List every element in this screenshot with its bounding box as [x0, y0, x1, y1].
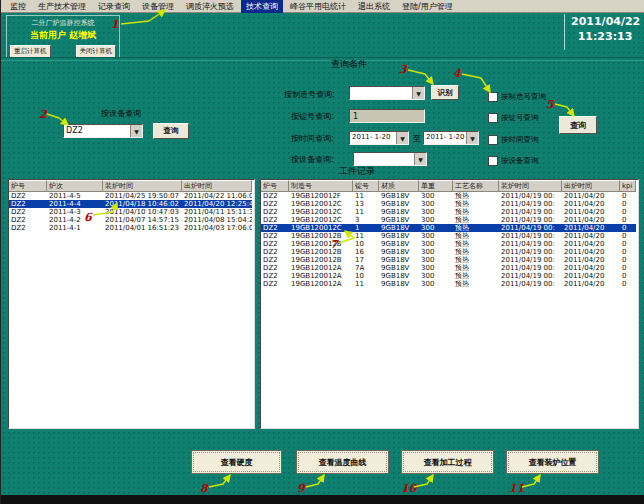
menu-item-record-query[interactable]: 记录查询 [93, 0, 135, 13]
menu-item-exit-system[interactable]: 退出系统 [353, 0, 395, 13]
cell: 2011-4-1 [47, 224, 103, 232]
cell: 300 [419, 216, 453, 224]
cell: 2011/04/19 00: [499, 216, 562, 224]
date-value: 2011/04/22 [571, 14, 639, 29]
time-query-checkbox[interactable] [488, 135, 498, 145]
annotation-number-2: 2 [39, 108, 48, 121]
cell: 19GB120012C [289, 216, 353, 224]
table-row[interactable]: DZ219GB120012F119GB18V300预热2011/04/19 00… [261, 192, 638, 200]
device-select[interactable]: DZ2 ▼ [63, 124, 143, 138]
cell: 预热 [453, 256, 499, 264]
cell: 预热 [453, 224, 499, 232]
table-row[interactable]: DZ219GB120012C119GB18V300预热2011/04/19 00… [261, 208, 638, 216]
work-records-title: 工件记录 [339, 165, 375, 178]
cell: DZ2 [261, 208, 289, 216]
cell: DZ2 [261, 216, 289, 224]
cell: 2011/04/25 19:50:07 [103, 192, 182, 200]
column-header: 装炉时间 [103, 180, 182, 192]
table-row[interactable]: DZ219GB120012A109GB18V300预热2011/04/19 00… [261, 272, 638, 280]
column-header: 工艺名称 [453, 180, 499, 192]
cell: DZ2 [261, 272, 289, 280]
cell: 9GB18V [379, 216, 419, 224]
device-query-button[interactable]: 查询 [153, 123, 189, 139]
menu-item-equipment[interactable]: 设备管理 [137, 0, 179, 13]
table-row[interactable]: DZ219GB120012B119GB18V300预热2011/04/19 00… [261, 232, 638, 240]
mfg-number-select[interactable]: ▼ [349, 86, 425, 100]
device-query-checkbox[interactable] [488, 156, 498, 166]
cell: 1 [353, 224, 379, 232]
chevron-down-icon[interactable]: ▼ [412, 87, 424, 99]
table-row[interactable]: DZ219GB120012A7A9GB18V300预热2011/04/19 00… [261, 264, 638, 272]
cell: 2011/04/20 [562, 192, 620, 200]
table-row-selected[interactable]: DZ22011-4-42011/04/18 10:46:022011/04/20… [9, 200, 254, 208]
table-row[interactable]: DZ219GB120012B169GB18V300预热2011/04/19 00… [261, 248, 638, 256]
device-select-2[interactable]: ▼ [353, 152, 427, 166]
annotation-arrow-3 [408, 70, 433, 84]
date-from-select[interactable]: 2011- 1-20 ▼ [349, 131, 409, 145]
mfg-query-checkbox[interactable] [488, 92, 498, 102]
table-row[interactable]: DZ22011-4-12011/04/01 16:51:232011/04/03… [9, 224, 254, 232]
table-row[interactable]: DZ219GB120012C139GB18V300预热2011/04/19 00… [261, 200, 638, 208]
annotation-arrow-11 [522, 475, 540, 487]
query-conditions-title: 查询条件 [331, 58, 367, 71]
cell: DZ2 [261, 240, 289, 248]
column-header: 装炉时间 [499, 180, 562, 192]
main-query-button[interactable]: 查询 [559, 116, 597, 134]
chevron-down-icon[interactable]: ▼ [130, 125, 142, 137]
date-to-select[interactable]: 2011- 1-20 ▼ [423, 131, 479, 145]
cell: 0 [620, 192, 636, 200]
menu-item-monitor[interactable]: 监控 [5, 0, 31, 13]
cell: 2011/04/19 00: [499, 248, 562, 256]
view-hardness-button[interactable]: 查看硬度 [191, 450, 282, 474]
cell: 2011/04/19 00: [499, 208, 562, 216]
table-row[interactable]: DZ22011-4-22011/04/07 14:57:152011/04/08… [9, 216, 254, 224]
chevron-down-icon[interactable]: ▼ [466, 132, 478, 144]
cell: 9GB18V [379, 208, 419, 216]
chevron-down-icon[interactable]: ▼ [414, 153, 426, 165]
table-row[interactable]: DZ219GB120012B109GB18V300预热2011/04/19 00… [261, 240, 638, 248]
cell: 19GB120012A [289, 264, 353, 272]
annotation-arrow-9 [306, 475, 324, 487]
column-header: 炉号 [9, 180, 47, 192]
table-row[interactable]: DZ219GB120012C39GB18V300预热2011/04/19 00:… [261, 216, 638, 224]
view-loading-position-button[interactable]: 查看装炉位置 [506, 450, 599, 474]
cell: 2011-4-3 [47, 208, 103, 216]
table-row[interactable]: DZ22011-4-32011/04/10 10:47:032011/04/11… [9, 208, 254, 216]
header-divider [1, 57, 644, 61]
cell: 0 [620, 272, 636, 280]
menu-item-quench-preselect[interactable]: 调质淬火预选 [181, 0, 239, 13]
date-to-value: 2011- 1-20 [424, 132, 466, 144]
ingot-number-input[interactable] [349, 109, 425, 123]
menu-item-tech-query-active[interactable]: 技术查询 [241, 0, 283, 13]
cell: 2011/04/22 11:06:04 [182, 192, 252, 200]
menu-item-production-tech[interactable]: 生产技术管理 [33, 0, 91, 13]
menu-item-power-stats[interactable]: 峰谷平用电统计 [285, 0, 351, 13]
cell: 2011/04/07 14:57:15 [103, 216, 182, 224]
cell: 2011/04/20 [562, 240, 620, 248]
cell: 2011/04/19 00: [499, 272, 562, 280]
cell: 9GB18V [379, 272, 419, 280]
cell: DZ2 [261, 264, 289, 272]
time-value: 11:23:13 [571, 29, 639, 44]
view-temperature-curve-button[interactable]: 查看温度曲线 [296, 450, 389, 474]
cell: 9GB18V [379, 200, 419, 208]
menu-item-login-user-mgmt[interactable]: 登陆/用户管理 [397, 0, 458, 13]
mfg-query-label: 按制造号查询: [284, 89, 335, 100]
table-row-selected[interactable]: DZ219GB120012C19GB18V300预热2011/04/19 00:… [261, 224, 638, 232]
table-row[interactable]: DZ219GB120012B179GB18V300预热2011/04/19 00… [261, 256, 638, 264]
chevron-down-icon[interactable]: ▼ [396, 132, 408, 144]
view-process-button[interactable]: 查看加工过程 [401, 450, 494, 474]
cell: 19GB120012A [289, 272, 353, 280]
identify-button[interactable]: 识别 [431, 85, 459, 100]
cell: 17 [353, 256, 379, 264]
ingot-query-checkbox[interactable] [488, 113, 498, 123]
annotation-number-8: 8 [200, 482, 209, 495]
cell: 9GB18V [379, 232, 419, 240]
column-header: 炉号 [261, 180, 289, 192]
annotation-number-4: 4 [453, 67, 461, 80]
cell: 2011-4-5 [47, 192, 103, 200]
cell: 19GB120012C [289, 224, 353, 232]
table-row[interactable]: DZ22011-4-52011/04/25 19:50:072011/04/22… [9, 192, 254, 200]
date-to-word: 至 [413, 133, 421, 144]
table-row[interactable]: DZ219GB120012A119GB18V300预热2011/04/19 00… [261, 280, 638, 288]
